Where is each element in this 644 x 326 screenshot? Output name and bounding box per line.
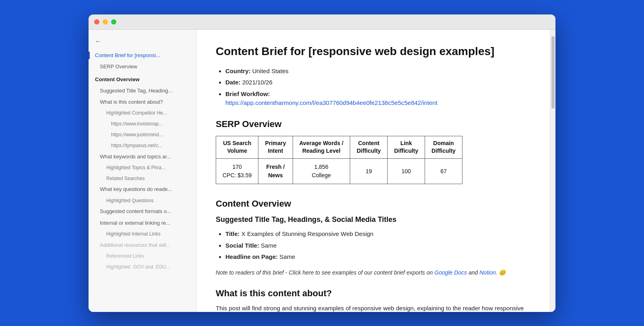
table-row: 170CPC: $3.59 Fresh /News 1,856College 1…: [216, 159, 462, 184]
content-area: ← Content Brief for [responsi... SERP Ov…: [89, 30, 555, 312]
app-window: ← Content Brief for [responsi... SERP Ov…: [89, 14, 555, 312]
sidebar-item-what-content[interactable]: What is this content about?: [89, 96, 196, 108]
sidebar-item-additional-resources[interactable]: Additional resources that will...: [89, 240, 196, 251]
main-content: Content Brief for [responsive web design…: [196, 30, 550, 312]
sidebar-item-highlighted-gov[interactable]: Highlighted .GOV and .EDU...: [89, 262, 196, 273]
serp-table: US SearchVolume PrimaryIntent Average Wo…: [216, 136, 462, 184]
sidebar-item-main-link[interactable]: Content Brief for [responsi...: [89, 50, 196, 61]
what-is-body: This post will find strong and stunning …: [216, 303, 530, 312]
col-intent: PrimaryIntent: [258, 136, 293, 158]
note-text: Note to readers of this brief - Click he…: [216, 268, 530, 277]
titlebar: [89, 14, 555, 30]
sidebar-item-related-searches[interactable]: Related Searches: [89, 173, 196, 184]
sidebar-item-content-overview[interactable]: Content Overview: [89, 74, 196, 85]
sidebar-item-suggested-title[interactable]: Suggested Title Tag, Heading...: [89, 85, 196, 96]
suggested-title-list: Title: X Examples of Stunning Responsive…: [216, 230, 530, 262]
col-words: Average Words /Reading Level: [293, 136, 350, 158]
scrollbar-thumb[interactable]: [551, 36, 555, 109]
sidebar: ← Content Brief for [responsi... SERP Ov…: [89, 30, 196, 312]
cell-domain-difficulty: 67: [425, 159, 462, 184]
sidebar-item-internal-external[interactable]: Internal or external linking re...: [89, 217, 196, 229]
sidebar-item-keywords-topics[interactable]: What keywords and topics ar...: [89, 151, 196, 162]
sidebar-item-highlighted-internal[interactable]: Highlighted Internal Links: [89, 229, 196, 240]
sidebar-item-suggested-formats[interactable]: Suggested content formats o...: [89, 206, 196, 217]
sidebar-item-url2[interactable]: https://www.justinmind...: [89, 129, 196, 140]
minimize-button[interactable]: [103, 19, 108, 25]
cell-content-difficulty: 19: [350, 159, 388, 184]
meta-workflow: Brief Workflow: https://app.contentharmo…: [225, 90, 530, 108]
sidebar-item-highlighted-questions[interactable]: Highlighted Questions: [89, 195, 196, 206]
back-arrow-icon: ←: [95, 38, 101, 45]
col-content-difficulty: ContentDifficulty: [350, 136, 388, 158]
col-link-difficulty: LinkDifficulty: [388, 136, 425, 158]
sidebar-item-highlighted-topics[interactable]: Highlighted Topics & Phra...: [89, 162, 196, 173]
cell-words: 1,856College: [293, 159, 350, 184]
notion-link[interactable]: Notion: [479, 269, 495, 276]
content-overview-heading: Content Overview: [216, 199, 530, 209]
google-docs-link[interactable]: Google Docs: [434, 269, 467, 276]
sidebar-item-url3[interactable]: https://tympanus.net/c...: [89, 140, 196, 151]
title-item: Title: X Examples of Stunning Responsive…: [225, 230, 530, 239]
sidebar-item-referenced-links[interactable]: Referenced Links: [89, 251, 196, 262]
what-is-heading: What is this content about?: [216, 288, 530, 299]
sidebar-item-serp-overview[interactable]: SERP Overview: [89, 61, 196, 72]
brief-workflow-link[interactable]: https://app.contentharmony.com/l/ea30776…: [225, 99, 438, 106]
serp-overview-heading: SERP Overview: [216, 119, 530, 129]
col-volume: US SearchVolume: [216, 136, 258, 158]
col-domain-difficulty: DomainDifficulty: [425, 136, 462, 158]
sidebar-item-key-questions[interactable]: What key questions do reade...: [89, 184, 196, 195]
social-title-item: Social Title: Same: [225, 241, 530, 250]
page-title: Content Brief for [responsive web design…: [216, 44, 530, 59]
sidebar-item-url1[interactable]: https://www.invisionap...: [89, 119, 196, 129]
scrollbar[interactable]: [550, 30, 555, 312]
headline-item: Headline on Page: Same: [225, 252, 530, 262]
meta-list: Country: United States Date: 2021/10/26 …: [216, 67, 530, 108]
cell-link-difficulty: 100: [388, 159, 425, 184]
sidebar-item-highlighted-competitor[interactable]: Highlighted Competitor He...: [89, 108, 196, 119]
cell-volume: 170CPC: $3.59: [216, 159, 258, 184]
meta-country: Country: United States: [225, 67, 530, 76]
cell-intent: Fresh /News: [258, 159, 293, 184]
back-button[interactable]: ←: [89, 36, 196, 50]
meta-date: Date: 2021/10/26: [225, 78, 530, 87]
maximize-button[interactable]: [111, 19, 116, 25]
close-button[interactable]: [94, 19, 99, 25]
suggested-title-heading: Suggested Title Tag, Headings, & Social …: [216, 215, 530, 224]
